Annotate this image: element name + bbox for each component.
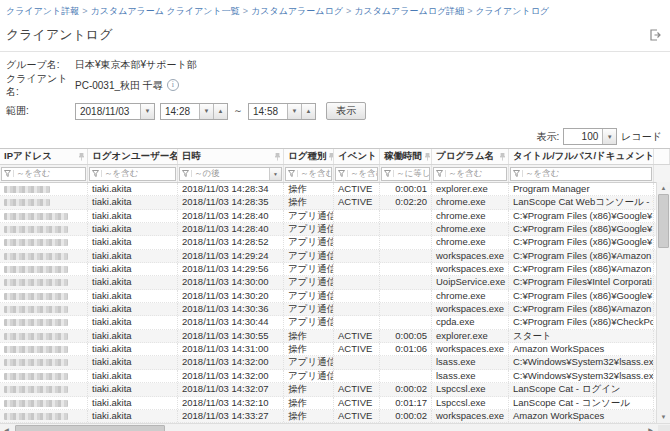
- pin-icon[interactable]: [499, 153, 506, 161]
- table-row[interactable]: tiaki.akita2018/11/03 14:30:00アプリ通信UoipS…: [0, 276, 657, 289]
- cell-duration: 0:00:02: [380, 410, 432, 422]
- page-size-dropdown-icon[interactable]: ▼: [602, 129, 616, 144]
- table-row[interactable]: tiaki.akita2018/11/03 14:30:44アプリ通信cpda.…: [0, 316, 657, 329]
- table-row[interactable]: tiaki.akita2018/11/03 14:32:10操作ACTIVE0:…: [0, 397, 657, 410]
- breadcrumb-item[interactable]: カスタムアラーム クライアント一覧: [91, 6, 240, 16]
- filter-funnel-icon[interactable]: [336, 170, 348, 177]
- scroll-right-icon[interactable]: ▶: [644, 424, 657, 431]
- filter-funnel-icon[interactable]: [511, 170, 523, 177]
- date-picker[interactable]: 2018/11/03 ▼: [75, 103, 155, 120]
- column-header[interactable]: ログオンユーザー名: [88, 149, 178, 164]
- filter-funnel-icon[interactable]: [286, 170, 298, 177]
- cell-program: lsass.exe: [432, 370, 509, 382]
- export-icon[interactable]: [648, 28, 662, 42]
- table-row[interactable]: tiaki.akita2018/11/03 14:30:55操作ACTIVE0:…: [0, 330, 657, 343]
- info-icon[interactable]: i: [167, 79, 179, 91]
- page-size-select[interactable]: 100 ▼: [563, 128, 617, 145]
- table-row[interactable]: tiaki.akita2018/11/03 14:30:20アプリ通信chrom…: [0, 290, 657, 303]
- table-row[interactable]: tiaki.akita2018/11/03 14:31:00操作ACTIVE0:…: [0, 343, 657, 356]
- cell-program: workspaces.exe: [432, 250, 509, 262]
- cell-program: workspaces.exe: [432, 343, 509, 355]
- table-row[interactable]: tiaki.akita2018/11/03 14:28:52アプリ通信chrom…: [0, 236, 657, 249]
- filter-input[interactable]: ～を含む: [89, 167, 176, 181]
- breadcrumb-item[interactable]: カスタムアラームログ詳細: [354, 6, 464, 16]
- filter-input[interactable]: ～に等しい: [381, 167, 430, 181]
- cell-type: 操作: [284, 383, 334, 395]
- scroll-up-icon[interactable]: ▲: [657, 182, 670, 194]
- cell-user: tiaki.akita: [88, 276, 178, 288]
- time-from-input[interactable]: 14:28 ▼ ▲: [160, 103, 228, 120]
- filter-funnel-icon[interactable]: [180, 170, 192, 177]
- horizontal-scrollbar-thumb[interactable]: [15, 425, 165, 431]
- table-row[interactable]: tiaki.akita2018/11/03 14:29:56アプリ通信works…: [0, 263, 657, 276]
- masked-ip: [4, 279, 68, 286]
- column-header[interactable]: 日時: [178, 149, 284, 164]
- vertical-scrollbar[interactable]: ▲ ▼: [656, 182, 670, 423]
- time-to-down-icon[interactable]: ▼: [287, 104, 301, 119]
- masked-ip: [4, 226, 68, 233]
- filter-funnel-icon[interactable]: [382, 170, 394, 177]
- table-row[interactable]: tiaki.akita2018/11/03 14:32:00アプリ通信lsass…: [0, 356, 657, 369]
- filter-input[interactable]: ～を含む: [1, 167, 86, 181]
- column-header-label: 稼働時間: [384, 150, 422, 163]
- time-from-up-icon[interactable]: ▲: [213, 104, 227, 119]
- scroll-down-icon[interactable]: ▼: [657, 411, 670, 423]
- column-header[interactable]: IPアドレス: [0, 149, 88, 164]
- cell-duration: [380, 250, 432, 262]
- column-header[interactable]: 稼働時間: [380, 149, 432, 164]
- filter-funnel-icon[interactable]: [90, 170, 102, 177]
- table-row[interactable]: tiaki.akita2018/11/03 14:32:00アプリ通信lsass…: [0, 370, 657, 383]
- filter-input[interactable]: ～の後▼: [179, 167, 282, 181]
- group-name-label: グループ名:: [6, 58, 75, 71]
- table-row[interactable]: tiaki.akita2018/11/03 14:28:34操作ACTIVE0:…: [0, 183, 657, 196]
- page-size-value: 100: [564, 129, 602, 144]
- column-header[interactable]: タイトル/フルパス/ドキュメント名: [509, 149, 654, 164]
- time-from-down-icon[interactable]: ▼: [199, 104, 213, 119]
- cell-program: explorer.exe: [432, 330, 509, 342]
- horizontal-scrollbar[interactable]: ◀ ▶: [0, 423, 670, 431]
- table-row[interactable]: tiaki.akita2018/11/03 14:33:27操作ACTIVE0:…: [0, 410, 657, 423]
- cell-ip: [0, 290, 88, 302]
- cell-type: アプリ通信: [284, 303, 334, 315]
- filter-input[interactable]: ～を含む: [433, 167, 507, 181]
- filter-dropdown-icon[interactable]: ▼: [269, 168, 281, 180]
- filter-input[interactable]: ～を含む: [510, 167, 652, 181]
- pin-icon[interactable]: [78, 153, 85, 161]
- time-to-input[interactable]: 14:58 ▼ ▲: [248, 103, 316, 120]
- table-row[interactable]: tiaki.akita2018/11/03 14:30:36アプリ通信works…: [0, 303, 657, 316]
- filter-cell: ～を含む: [509, 165, 654, 182]
- cell-program: lsass.exe: [432, 356, 509, 368]
- table-row[interactable]: tiaki.akita2018/11/03 14:28:35操作ACTIVE0:…: [0, 196, 657, 209]
- breadcrumb-item[interactable]: クライアント詳報: [6, 6, 79, 16]
- table-row[interactable]: tiaki.akita2018/11/03 14:28:40アプリ通信chrom…: [0, 223, 657, 236]
- table-row[interactable]: tiaki.akita2018/11/03 14:32:07操作ACTIVE0:…: [0, 383, 657, 396]
- filter-input[interactable]: ～を含む: [285, 167, 332, 181]
- masked-ip: [4, 373, 68, 380]
- grid-filter-row: ～を含む～を含む～の後▼～を含む～を含む～に等しい～を含む～を含む: [0, 165, 670, 183]
- table-row[interactable]: tiaki.akita2018/11/03 14:29:24アプリ通信works…: [0, 250, 657, 263]
- column-header[interactable]: ログ種別: [284, 149, 334, 164]
- time-to-up-icon[interactable]: ▲: [301, 104, 315, 119]
- filter-funnel-icon[interactable]: [434, 170, 446, 177]
- date-dropdown-icon[interactable]: ▼: [140, 104, 154, 119]
- filter-funnel-icon[interactable]: [2, 170, 14, 177]
- cell-program: chrome.exe: [432, 223, 509, 235]
- scroll-left-icon[interactable]: ◀: [0, 424, 13, 431]
- header-filler: [654, 149, 670, 164]
- cell-type: アプリ通信: [284, 236, 334, 248]
- time-from-value: 14:28: [161, 104, 199, 119]
- breadcrumb-item[interactable]: クライアントログ: [475, 6, 549, 16]
- table-row[interactable]: tiaki.akita2018/11/03 14:28:40アプリ通信chrom…: [0, 210, 657, 223]
- breadcrumb-item[interactable]: カスタムアラームログ: [251, 6, 343, 16]
- cell-user: tiaki.akita: [88, 397, 178, 409]
- vertical-scrollbar-thumb[interactable]: [658, 194, 669, 248]
- cell-user: tiaki.akita: [88, 290, 178, 302]
- client-name-value: PC-0031_秋田 千尋: [75, 79, 163, 92]
- column-header[interactable]: プログラム名: [432, 149, 509, 164]
- pin-icon[interactable]: [424, 153, 431, 161]
- pin-icon[interactable]: [274, 153, 281, 161]
- column-header[interactable]: イベント: [334, 149, 380, 164]
- filter-input[interactable]: ～を含む: [335, 167, 378, 181]
- cell-datetime: 2018/11/03 14:30:36: [178, 303, 284, 315]
- show-button[interactable]: 表示: [326, 102, 366, 120]
